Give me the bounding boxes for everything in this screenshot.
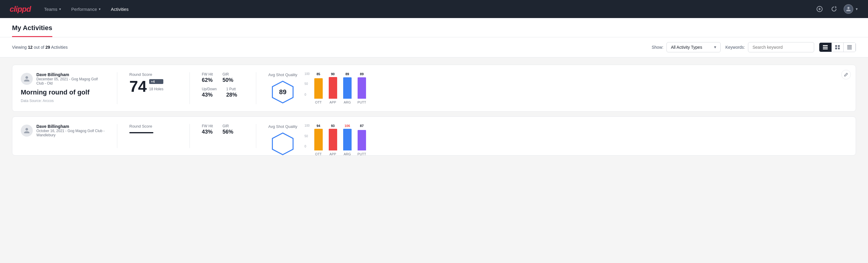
show-label: Show: (652, 45, 663, 50)
activity-type-select-wrapper[interactable]: All Activity Types ▼ (666, 42, 721, 52)
card-left-2: Dave Billingham October 16, 2021 - Gog M… (21, 124, 105, 140)
y-label-50-2: 50 (305, 135, 310, 138)
app-bar-2 (329, 129, 337, 150)
nav-items: Teams ▼ Performance ▼ Activities (40, 4, 805, 14)
user-name: Dave Billingham (36, 72, 105, 77)
avatar (21, 73, 33, 85)
svg-rect-11 (847, 46, 852, 47)
svg-rect-8 (835, 48, 837, 49)
bar-group-arg: 89 ARG (343, 72, 351, 104)
stats-section: FW Hit 62% GIR 50% Up/Down 43% 1 Putt 28… (202, 72, 244, 98)
putt-bar-2 (358, 130, 366, 150)
avg-shot-value: 89 (279, 88, 286, 96)
nav-performance[interactable]: Performance ▼ (68, 4, 105, 14)
bar-group-ott-2: 94 OTT (314, 124, 323, 155)
quality-left-2: Avg Shot Quality (268, 124, 298, 156)
user-date: December 05, 2021 - Gog Magog Golf Club … (36, 77, 105, 85)
viewing-text: Viewing 12 out of 29 Activities (12, 45, 647, 50)
nav-activities[interactable]: Activities (107, 4, 132, 14)
app-value-2: 93 (331, 124, 335, 127)
gir-label: GIR (223, 72, 234, 77)
stats-row-2: FW Hit 43% GIR 56% (202, 124, 244, 135)
activity-type-select[interactable]: All Activity Types (666, 42, 721, 52)
brand-logo[interactable]: clippd (10, 4, 31, 14)
activity-title: Morning round of golf (21, 88, 105, 96)
divider-3 (189, 124, 190, 148)
grid-view-button[interactable] (832, 43, 844, 52)
bar-group-app-2: 93 APP (329, 124, 337, 155)
stats-row-bottom: Up/Down 43% 1 Putt 28% (202, 87, 244, 98)
compact-view-button[interactable] (844, 43, 856, 52)
fw-hit-stat-2: FW Hit 43% (202, 124, 213, 135)
score-holes: 18 Holes (149, 87, 163, 91)
refresh-button[interactable] (829, 4, 839, 14)
svg-rect-3 (823, 45, 828, 46)
user-chevron-icon: ▼ (855, 7, 858, 11)
quality-left: Avg Shot Quality 89 (268, 72, 298, 104)
bar-chart-wrapper: 100 50 0 85 OTT 90 (305, 72, 847, 104)
avg-shot-label-2: Avg Shot Quality (268, 124, 298, 129)
svg-rect-5 (823, 49, 828, 49)
app-label-2: APP (330, 152, 336, 155)
svg-marker-15 (273, 133, 293, 155)
user-menu[interactable]: ▼ (844, 4, 858, 14)
nav-teams[interactable]: Teams ▼ (40, 4, 65, 14)
user-row-2: Dave Billingham October 16, 2021 - Gog M… (21, 124, 105, 137)
svg-rect-4 (823, 47, 828, 48)
fw-hit-label-2: FW Hit (202, 124, 213, 128)
activity-card-2: Dave Billingham October 16, 2021 - Gog M… (12, 116, 856, 155)
putt-label: PUTT (358, 100, 366, 104)
gir-label-2: GIR (223, 124, 234, 128)
hexagon-2 (271, 132, 295, 156)
y-label-0-2: 0 (305, 145, 310, 148)
arg-label-2: ARG (344, 152, 351, 155)
add-button[interactable] (815, 4, 825, 14)
stats-row-top: FW Hit 62% GIR 50% (202, 72, 244, 83)
y-label-0: 0 (305, 93, 310, 96)
round-score-label: Round Score (129, 72, 178, 77)
y-label-50: 50 (305, 82, 310, 85)
ott-bar (314, 78, 323, 99)
gir-value-2: 56% (223, 129, 234, 135)
score-section-2: Round Score (129, 124, 178, 133)
search-input[interactable] (748, 42, 814, 52)
oneputt-value: 28% (226, 92, 237, 98)
show-filter-group: Show: All Activity Types ▼ (652, 42, 721, 52)
score-row: 74 +4 18 Holes (129, 79, 178, 94)
user-info-2: Dave Billingham October 16, 2021 - Gog M… (36, 124, 105, 137)
svg-rect-10 (847, 45, 852, 46)
user-name-2: Dave Billingham (36, 124, 105, 129)
hexagon-wrapper-2 (268, 132, 298, 156)
arg-bar-container (343, 77, 351, 99)
activities-list: Dave Billingham December 05, 2021 - Gog … (0, 57, 868, 163)
bar-chart-2: 94 OTT 93 APP 106 (314, 124, 847, 155)
ott-value-2: 94 (316, 124, 320, 127)
bar-chart-wrapper-2: 100 50 0 94 OTT 93 (305, 124, 847, 155)
ott-bar-container (314, 77, 323, 99)
divider (117, 72, 117, 104)
updown-value: 43% (202, 92, 217, 98)
app-value: 90 (331, 72, 335, 76)
score-section: Round Score 74 +4 18 Holes (129, 72, 178, 94)
list-view-button[interactable] (819, 43, 832, 52)
keywords-filter-group: Keywords: (725, 42, 814, 52)
page-title-row: My Activities (12, 18, 856, 37)
putt-value: 89 (360, 72, 364, 76)
navbar: clippd Teams ▼ Performance ▼ Activities (0, 0, 868, 18)
arg-label: ARG (344, 100, 351, 104)
putt-bar-container-2 (358, 129, 366, 150)
app-bar-container (329, 77, 337, 99)
bar-group-app: 90 APP (329, 72, 337, 104)
filter-bar: Viewing 12 out of 29 Activities Show: Al… (0, 37, 868, 57)
bar-group-arg-2: 106 ARG (343, 124, 351, 155)
svg-rect-6 (835, 45, 837, 47)
putt-bar-container (358, 77, 366, 99)
arg-value-2: 106 (344, 124, 350, 127)
keywords-label: Keywords: (725, 45, 745, 50)
fw-hit-value-2: 43% (202, 129, 213, 135)
score-badge: +4 (149, 79, 163, 84)
fw-hit-stat: FW Hit 62% (202, 72, 213, 83)
y-label-100: 100 (305, 72, 310, 76)
svg-rect-9 (838, 48, 840, 49)
fw-hit-label: FW Hit (202, 72, 213, 77)
